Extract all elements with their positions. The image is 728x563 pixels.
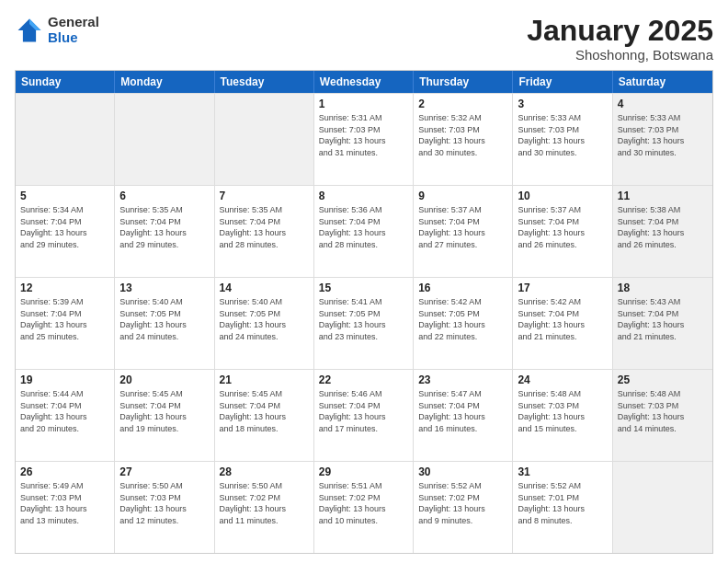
day-number: 6	[119, 190, 209, 202]
cell-daylight-text: Sunrise: 5:40 AM Sunset: 7:05 PM Dayligh…	[220, 296, 309, 342]
day-number: 11	[618, 190, 708, 202]
logo: General Blue	[15, 15, 99, 45]
calendar-week-row: 26Sunrise: 5:49 AM Sunset: 7:03 PM Dayli…	[16, 461, 712, 553]
day-number: 13	[119, 282, 209, 294]
cell-daylight-text: Sunrise: 5:33 AM Sunset: 7:03 PM Dayligh…	[518, 112, 607, 158]
calendar-cell: 29Sunrise: 5:51 AM Sunset: 7:02 PM Dayli…	[314, 462, 414, 553]
calendar-cell: 21Sunrise: 5:45 AM Sunset: 7:04 PM Dayli…	[215, 370, 314, 461]
calendar-header-cell: Sunday	[16, 71, 115, 93]
cell-daylight-text: Sunrise: 5:33 AM Sunset: 7:03 PM Dayligh…	[618, 112, 708, 158]
day-number: 31	[518, 465, 607, 478]
day-number: 15	[319, 282, 408, 294]
calendar-cell: 27Sunrise: 5:50 AM Sunset: 7:03 PM Dayli…	[115, 462, 214, 553]
calendar-cell: 20Sunrise: 5:45 AM Sunset: 7:04 PM Dayli…	[115, 370, 214, 461]
day-number: 17	[518, 282, 607, 294]
calendar-cell	[115, 94, 214, 185]
day-number: 21	[220, 373, 309, 386]
calendar-cell: 2Sunrise: 5:32 AM Sunset: 7:03 PM Daylig…	[414, 94, 513, 185]
day-number: 29	[319, 465, 408, 478]
calendar-body: 1Sunrise: 5:31 AM Sunset: 7:03 PM Daylig…	[16, 93, 712, 553]
day-number: 20	[119, 373, 209, 386]
calendar-week-row: 5Sunrise: 5:34 AM Sunset: 7:04 PM Daylig…	[16, 185, 712, 277]
cell-daylight-text: Sunrise: 5:52 AM Sunset: 7:01 PM Dayligh…	[518, 480, 607, 526]
calendar-week-row: 1Sunrise: 5:31 AM Sunset: 7:03 PM Daylig…	[16, 93, 712, 185]
calendar-cell: 23Sunrise: 5:47 AM Sunset: 7:04 PM Dayli…	[414, 370, 513, 461]
day-number: 8	[319, 190, 408, 202]
calendar-cell: 26Sunrise: 5:49 AM Sunset: 7:03 PM Dayli…	[16, 462, 115, 553]
cell-daylight-text: Sunrise: 5:40 AM Sunset: 7:05 PM Dayligh…	[119, 296, 209, 342]
cell-daylight-text: Sunrise: 5:41 AM Sunset: 7:05 PM Dayligh…	[319, 296, 408, 342]
calendar-cell: 15Sunrise: 5:41 AM Sunset: 7:05 PM Dayli…	[314, 278, 414, 369]
day-number: 24	[518, 373, 607, 386]
calendar-week-row: 19Sunrise: 5:44 AM Sunset: 7:04 PM Dayli…	[16, 369, 712, 461]
cell-daylight-text: Sunrise: 5:35 AM Sunset: 7:04 PM Dayligh…	[119, 204, 209, 250]
calendar-cell: 18Sunrise: 5:43 AM Sunset: 7:04 PM Dayli…	[613, 278, 712, 369]
cell-daylight-text: Sunrise: 5:45 AM Sunset: 7:04 PM Dayligh…	[119, 388, 209, 434]
subtitle: Shoshonng, Botswana	[527, 47, 713, 63]
day-number: 19	[20, 373, 109, 386]
calendar-cell: 5Sunrise: 5:34 AM Sunset: 7:04 PM Daylig…	[16, 186, 115, 277]
cell-daylight-text: Sunrise: 5:42 AM Sunset: 7:05 PM Dayligh…	[418, 296, 507, 342]
cell-daylight-text: Sunrise: 5:47 AM Sunset: 7:04 PM Dayligh…	[418, 388, 507, 434]
day-number: 2	[418, 98, 507, 110]
calendar-header-cell: Monday	[115, 71, 214, 93]
calendar-cell: 28Sunrise: 5:50 AM Sunset: 7:02 PM Dayli…	[215, 462, 314, 553]
day-number: 4	[618, 98, 708, 110]
day-number: 10	[518, 190, 607, 202]
calendar-header-cell: Wednesday	[314, 71, 414, 93]
day-number: 1	[319, 98, 408, 110]
calendar: SundayMondayTuesdayWednesdayThursdayFrid…	[15, 70, 713, 554]
cell-daylight-text: Sunrise: 5:46 AM Sunset: 7:04 PM Dayligh…	[319, 388, 408, 434]
day-number: 27	[119, 465, 209, 478]
cell-daylight-text: Sunrise: 5:32 AM Sunset: 7:03 PM Dayligh…	[418, 112, 507, 158]
day-number: 14	[220, 282, 309, 294]
calendar-cell: 1Sunrise: 5:31 AM Sunset: 7:03 PM Daylig…	[314, 94, 414, 185]
day-number: 23	[418, 373, 507, 386]
calendar-cell: 14Sunrise: 5:40 AM Sunset: 7:05 PM Dayli…	[215, 278, 314, 369]
day-number: 25	[618, 373, 708, 386]
calendar-cell: 24Sunrise: 5:48 AM Sunset: 7:03 PM Dayli…	[513, 370, 612, 461]
day-number: 22	[319, 373, 408, 386]
day-number: 12	[20, 282, 109, 294]
calendar-cell: 25Sunrise: 5:48 AM Sunset: 7:03 PM Dayli…	[613, 370, 712, 461]
calendar-cell: 8Sunrise: 5:36 AM Sunset: 7:04 PM Daylig…	[314, 186, 414, 277]
calendar-cell: 31Sunrise: 5:52 AM Sunset: 7:01 PM Dayli…	[513, 462, 612, 553]
calendar-cell: 9Sunrise: 5:37 AM Sunset: 7:04 PM Daylig…	[414, 186, 513, 277]
calendar-cell: 13Sunrise: 5:40 AM Sunset: 7:05 PM Dayli…	[115, 278, 214, 369]
calendar-cell: 19Sunrise: 5:44 AM Sunset: 7:04 PM Dayli…	[16, 370, 115, 461]
cell-daylight-text: Sunrise: 5:51 AM Sunset: 7:02 PM Dayligh…	[319, 480, 408, 526]
logo-icon	[15, 16, 44, 45]
calendar-cell: 6Sunrise: 5:35 AM Sunset: 7:04 PM Daylig…	[115, 186, 214, 277]
day-number: 18	[618, 282, 708, 294]
calendar-cell: 12Sunrise: 5:39 AM Sunset: 7:04 PM Dayli…	[16, 278, 115, 369]
cell-daylight-text: Sunrise: 5:48 AM Sunset: 7:03 PM Dayligh…	[518, 388, 607, 434]
cell-daylight-text: Sunrise: 5:31 AM Sunset: 7:03 PM Dayligh…	[319, 112, 408, 158]
day-number: 30	[418, 465, 507, 478]
day-number: 28	[220, 465, 309, 478]
logo-general-text: General	[48, 15, 99, 30]
calendar-cell: 17Sunrise: 5:42 AM Sunset: 7:04 PM Dayli…	[513, 278, 612, 369]
page-header: General Blue January 2025 Shoshonng, Bot…	[15, 15, 713, 63]
calendar-header-cell: Thursday	[414, 71, 513, 93]
calendar-header-cell: Saturday	[613, 71, 712, 93]
calendar-cell	[215, 94, 314, 185]
cell-daylight-text: Sunrise: 5:37 AM Sunset: 7:04 PM Dayligh…	[418, 204, 507, 250]
cell-daylight-text: Sunrise: 5:44 AM Sunset: 7:04 PM Dayligh…	[20, 388, 109, 434]
day-number: 3	[518, 98, 607, 110]
day-number: 5	[20, 190, 109, 202]
cell-daylight-text: Sunrise: 5:39 AM Sunset: 7:04 PM Dayligh…	[20, 296, 109, 342]
cell-daylight-text: Sunrise: 5:35 AM Sunset: 7:04 PM Dayligh…	[220, 204, 309, 250]
cell-daylight-text: Sunrise: 5:36 AM Sunset: 7:04 PM Dayligh…	[319, 204, 408, 250]
calendar-header-row: SundayMondayTuesdayWednesdayThursdayFrid…	[16, 71, 712, 93]
day-number: 9	[418, 190, 507, 202]
cell-daylight-text: Sunrise: 5:52 AM Sunset: 7:02 PM Dayligh…	[418, 480, 507, 526]
cell-daylight-text: Sunrise: 5:49 AM Sunset: 7:03 PM Dayligh…	[20, 480, 109, 526]
logo-blue-text: Blue	[48, 30, 99, 46]
calendar-cell	[16, 94, 115, 185]
title-block: January 2025 Shoshonng, Botswana	[527, 15, 713, 63]
cell-daylight-text: Sunrise: 5:50 AM Sunset: 7:03 PM Dayligh…	[119, 480, 209, 526]
cell-daylight-text: Sunrise: 5:50 AM Sunset: 7:02 PM Dayligh…	[220, 480, 309, 526]
day-number: 7	[220, 190, 309, 202]
main-title: January 2025	[527, 15, 713, 47]
cell-daylight-text: Sunrise: 5:34 AM Sunset: 7:04 PM Dayligh…	[20, 204, 109, 250]
